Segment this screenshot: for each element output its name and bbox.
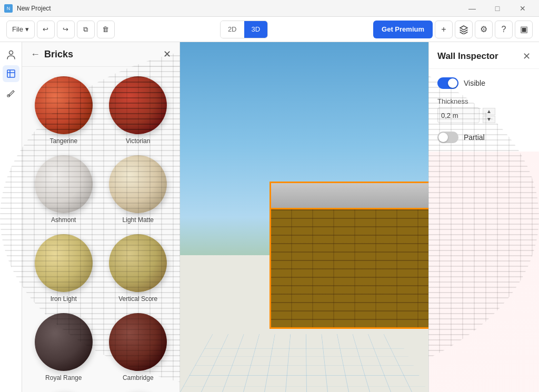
title-bar-controls: — □ ✕ <box>460 0 535 17</box>
panel-title: Bricks <box>44 49 159 60</box>
brick-item-dark2[interactable] <box>103 389 174 392</box>
box-front-face <box>270 208 428 329</box>
brick-item-ashmont[interactable]: Ashmont <box>28 152 99 227</box>
layers-button[interactable] <box>455 21 473 38</box>
blueprint-tool-icon[interactable] <box>3 65 19 82</box>
visible-toggle[interactable] <box>437 77 458 89</box>
view-3d-button[interactable]: 3D <box>244 21 268 38</box>
bricks-grid: Tangerine Victorian Ashmont Light Matte … <box>22 67 179 392</box>
view-toggle: 2D 3D <box>220 21 268 38</box>
brick-item-dark1[interactable]: Light <box>28 389 99 392</box>
brick-sphere-ashmont <box>35 155 93 213</box>
partial-toggle-knob <box>438 133 448 142</box>
layers-icon <box>459 25 468 34</box>
title-bar: N New Project — □ ✕ <box>0 0 539 17</box>
help-button[interactable]: ? <box>495 21 513 38</box>
app-title: New Project <box>17 5 51 12</box>
inspector-title: Wall Inspector <box>437 51 498 62</box>
file-chevron-icon: ▾ <box>25 25 29 33</box>
app-icon: N <box>4 4 13 13</box>
close-button[interactable]: ✕ <box>511 0 535 17</box>
partial-toggle[interactable] <box>437 132 458 143</box>
toolbar: File ▾ ↩ ↪ ⧉ 🗑 2D 3D Get Premium + ⚙ ? ▣ <box>0 17 539 42</box>
wall-box[interactable] <box>254 182 428 329</box>
box-top-face <box>270 182 428 210</box>
file-label: File <box>12 25 23 33</box>
paint-tool-icon[interactable] <box>3 84 19 101</box>
settings-button[interactable]: ⚙ <box>475 21 493 38</box>
minimize-button[interactable]: — <box>460 0 484 17</box>
copy-button[interactable]: ⧉ <box>77 21 95 38</box>
screen-button[interactable]: ▣ <box>515 21 533 38</box>
undo-button[interactable]: ↩ <box>37 21 55 38</box>
view-2d-button[interactable]: 2D <box>221 21 244 38</box>
svg-point-0 <box>9 51 13 55</box>
brick-label-cambridge: Cambridge <box>123 374 154 381</box>
panel-back-button[interactable]: ← <box>31 49 40 60</box>
visible-label: Visible <box>464 79 485 87</box>
viewport[interactable] <box>180 42 428 392</box>
inspector-close-button[interactable]: ✕ <box>523 51 531 62</box>
maximize-button[interactable]: □ <box>485 0 510 17</box>
title-bar-left: N New Project <box>4 4 51 13</box>
svg-rect-1 <box>7 70 15 77</box>
premium-button[interactable]: Get Premium <box>373 21 433 38</box>
person-tool-icon[interactable] <box>3 46 19 63</box>
visible-row: Visible <box>437 77 531 89</box>
file-menu-button[interactable]: File ▾ <box>6 21 35 38</box>
main-content: ← Bricks ✕ Tangerine Victorian Ashmont <box>0 42 539 392</box>
brick-label-royal-range: Royal Range <box>45 374 82 381</box>
toggle-knob <box>448 78 457 88</box>
delete-button[interactable]: 🗑 <box>97 21 115 38</box>
redo-button[interactable]: ↪ <box>57 21 75 38</box>
grid-overlay <box>180 334 428 392</box>
add-button[interactable]: + <box>435 21 453 38</box>
inspector-header: Wall Inspector ✕ <box>429 42 539 69</box>
bricks-panel: ← Bricks ✕ Tangerine Victorian Ashmont <box>22 42 180 392</box>
